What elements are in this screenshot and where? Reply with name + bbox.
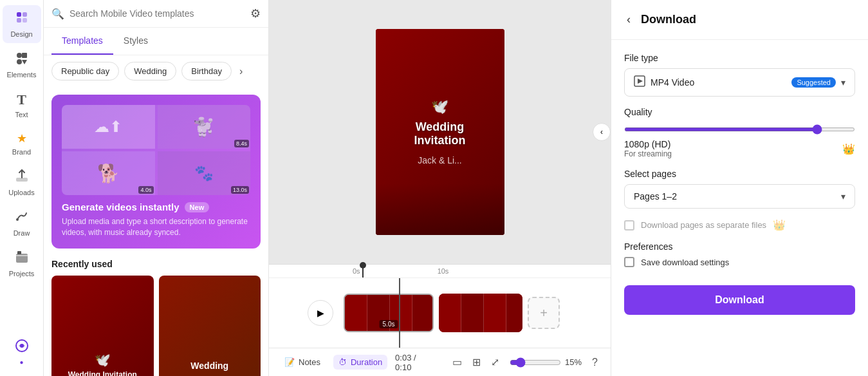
preferences-label: Preferences — [624, 241, 855, 252]
sidebar-item-draw-label: Draw — [14, 229, 30, 237]
file-type-chevron-icon: ▾ — [841, 77, 845, 88]
track-segment-1[interactable]: 5.0s — [344, 294, 434, 332]
sidebar-item-apps[interactable]: ● — [3, 334, 41, 371]
draw-icon — [15, 209, 29, 227]
sidebar-item-projects-label: Projects — [9, 270, 35, 277]
ruler-marks: 0s 10s — [353, 267, 448, 275]
filter-icon[interactable]: ⚙ — [250, 6, 261, 21]
quality-label: Quality — [624, 107, 855, 117]
sidebar-item-projects[interactable]: Projects — [3, 245, 41, 283]
screen-view-btn[interactable]: ▭ — [450, 353, 465, 371]
time-current: 0:03 — [395, 353, 411, 362]
save-settings-label: Save download settings — [641, 258, 729, 267]
fullscreen-btn[interactable]: ⤢ — [488, 353, 502, 371]
sidebar-item-uploads[interactable]: Uploads — [3, 164, 41, 202]
canvas-preview: 🕊️ WeddingInvitation Jack & Li... — [376, 29, 504, 235]
svg-point-13 — [20, 344, 24, 348]
apps-icon — [15, 339, 29, 356]
generate-title: Generate videos instantly New — [62, 202, 250, 212]
search-icon: 🔍 — [51, 8, 64, 20]
time-separator: / — [414, 353, 416, 362]
file-type-value: MP4 Video — [651, 77, 786, 88]
recently-thumb-1[interactable]: 🕊️ Wedding Invitation — [51, 276, 154, 376]
track-segment-2[interactable] — [439, 294, 522, 332]
generate-thumb-1: 🐩 8.4s — [158, 105, 251, 149]
notes-icon: 📝 — [284, 357, 295, 367]
separate-files-row: Download pages as separate files 👑 — [624, 219, 855, 231]
svg-rect-1 — [23, 12, 27, 17]
bottom-toolbar: 📝 Notes ⏱ Duration 0:03 / 0:10 ▭ ⊞ ⤢ 15%… — [269, 348, 611, 376]
separate-files-crown-icon: 👑 — [773, 219, 786, 231]
sidebar-item-design[interactable]: Design — [3, 5, 41, 43]
quality-info: 1080p (HD) For streaming 👑 — [624, 139, 855, 158]
file-type-select[interactable]: MP4 Video Suggested ▾ — [624, 68, 855, 97]
chips-chevron-btn[interactable]: › — [237, 63, 245, 80]
design-icon — [15, 10, 29, 28]
quality-sublabel: For streaming — [624, 149, 672, 158]
pages-select-value: Pages 1–2 — [634, 191, 841, 202]
help-button[interactable]: ? — [589, 354, 600, 371]
sidebar-item-text[interactable]: T Text — [3, 86, 41, 124]
quality-slider[interactable] — [624, 127, 855, 131]
tab-styles[interactable]: Styles — [113, 28, 158, 55]
timeline: 0s 10s ▶ 5.0s — [269, 264, 611, 348]
zoom-slider[interactable] — [510, 357, 561, 368]
canvas-preview-text: WeddingInvitation — [414, 120, 466, 147]
svg-rect-3 — [23, 18, 27, 23]
grid-view-btn[interactable]: ⊞ — [470, 353, 483, 371]
zoom-label: 15% — [565, 357, 582, 367]
search-bar: 🔍 ⚙ — [44, 0, 268, 28]
duration-button[interactable]: ⏱ Duration — [333, 355, 387, 370]
uploads-icon — [15, 169, 29, 186]
generate-card[interactable]: ☁⬆ 🐩 8.4s 🐕 4.0s 🐾 13.0s Generate videos… — [51, 95, 261, 249]
pages-select[interactable]: Pages 1–2 ▾ — [624, 184, 855, 209]
download-button[interactable]: Download — [624, 285, 855, 315]
quality-slider-row — [624, 122, 855, 134]
sidebar-item-elements[interactable]: Elements — [3, 46, 41, 84]
zoom-control: 15% — [510, 357, 582, 368]
playhead-marker — [362, 265, 364, 277]
recently-thumb-2[interactable]: Wedding — [159, 276, 261, 376]
generate-card-images: ☁⬆ 🐩 8.4s 🐕 4.0s 🐾 13.0s — [62, 105, 250, 195]
download-back-btn[interactable]: ‹ — [624, 10, 633, 29]
collapse-panel-btn[interactable]: ‹ — [593, 123, 611, 141]
sidebar-item-draw[interactable]: Draw — [3, 204, 41, 242]
elements-icon — [15, 51, 29, 68]
download-header: ‹ Download — [611, 0, 868, 40]
svg-rect-0 — [17, 12, 21, 17]
download-content: File type MP4 Video Suggested ▾ Quality … — [611, 40, 868, 376]
separate-files-checkbox[interactable] — [624, 220, 634, 230]
recently-grid: 🕊️ Wedding Invitation Wedding — [51, 276, 261, 376]
main-area: 🕊️ WeddingInvitation Jack & Li... ‹ 0s 1… — [269, 0, 611, 376]
download-panel: ‹ Download File type MP4 Video Suggested… — [611, 0, 868, 376]
sidebar-item-text-label: Text — [15, 111, 28, 118]
quality-section: Quality 1080p (HD) For streaming 👑 — [624, 107, 855, 158]
save-settings-checkbox[interactable] — [624, 257, 634, 267]
search-input[interactable] — [69, 8, 245, 19]
recently-used-title: Recently used — [51, 259, 261, 269]
svg-point-9 — [16, 218, 19, 221]
generate-thumb-3: 🐾 13.0s — [158, 151, 251, 195]
generate-thumb-upload: ☁⬆ — [62, 105, 155, 149]
crown-icon: 👑 — [842, 143, 855, 155]
preferences-section: Preferences Save download settings — [624, 241, 855, 267]
svg-rect-11 — [17, 251, 21, 254]
sidebar-item-brand[interactable]: ★ Brand — [3, 126, 41, 161]
chip-birthday[interactable]: Birthday — [181, 62, 232, 80]
timeline-playhead-line — [399, 278, 400, 348]
tabs-row: Templates Styles — [44, 28, 268, 55]
download-panel-title: Download — [641, 13, 696, 26]
notes-button[interactable]: 📝 Notes — [279, 355, 326, 370]
svg-rect-5 — [22, 53, 27, 58]
chip-republic-day[interactable]: Republic day — [51, 62, 119, 80]
timeline-tracks: ▶ 5.0s + — [269, 278, 611, 348]
video-file-icon — [634, 75, 645, 89]
add-track-button[interactable]: + — [528, 297, 560, 329]
ruler-0s: 0s — [353, 267, 360, 275]
play-button[interactable]: ▶ — [308, 300, 333, 326]
sidebar-item-brand-label: Brand — [12, 148, 31, 156]
chip-wedding[interactable]: Wedding — [124, 62, 176, 80]
timeline-ruler: 0s 10s — [269, 265, 611, 278]
sidebar-item-design-label: Design — [10, 30, 32, 38]
tab-templates[interactable]: Templates — [51, 28, 113, 55]
